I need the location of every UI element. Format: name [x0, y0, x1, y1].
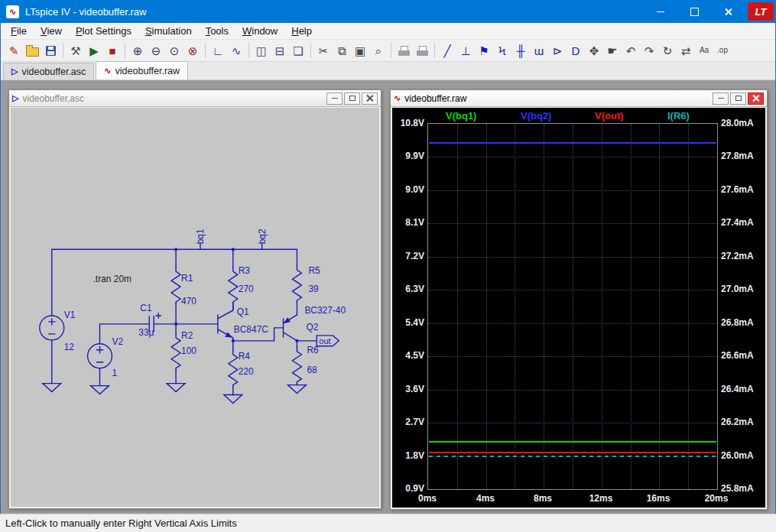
- cut-button[interactable]: ✂: [314, 41, 333, 60]
- inductor-button[interactable]: ɯ: [530, 41, 548, 60]
- label-R2-value[interactable]: 100: [181, 345, 196, 356]
- rotate-button[interactable]: ↻: [658, 41, 677, 60]
- drag-button[interactable]: ☛: [603, 41, 622, 60]
- label-R1-value[interactable]: 470: [181, 296, 196, 307]
- component-R3[interactable]: [229, 267, 238, 303]
- label-R5-ref[interactable]: R5: [308, 265, 320, 276]
- label-R3-ref[interactable]: R3: [239, 265, 251, 276]
- label-R5-value[interactable]: 39: [308, 284, 319, 294]
- schematic-minimize-button[interactable]: [326, 92, 343, 105]
- autorange-y-axis-button[interactable]: ∟: [209, 41, 227, 60]
- menu-simulation[interactable]: Simulation: [138, 23, 199, 39]
- net-label-out[interactable]: out: [319, 336, 330, 345]
- schematic-body[interactable]: V1 12 V2 1 C1 33µ R1 470 R2 100 R3 270 Q…: [11, 108, 379, 507]
- label-net-button[interactable]: ⚑: [475, 41, 493, 60]
- menu-plot-settings[interactable]: Plot Settings: [69, 23, 138, 39]
- label-Q2-value[interactable]: BC327-40: [304, 305, 346, 316]
- waveform-maximize-button[interactable]: [730, 92, 746, 105]
- label-R6-value[interactable]: 68: [307, 365, 317, 375]
- legend-v-bq2[interactable]: V(bq2): [521, 110, 551, 122]
- menu-tools[interactable]: Tools: [199, 23, 235, 39]
- schematic-canvas[interactable]: V1 12 V2 1 C1 33µ R1 470 R2 100 R3 270 Q…: [11, 108, 379, 507]
- control-panel-button[interactable]: ⚒: [67, 41, 85, 60]
- zoom-full-extents-button[interactable]: ⊙: [165, 41, 183, 60]
- legend-v-out[interactable]: V(out): [595, 110, 624, 122]
- tab-videobuffer.asc[interactable]: ▷videobuffer.asc: [3, 63, 94, 79]
- component-Q1[interactable]: [218, 303, 233, 341]
- label-Q1-value[interactable]: BC847C: [234, 324, 268, 335]
- menu-window[interactable]: Window: [235, 23, 284, 39]
- zoom-reset-button[interactable]: ⊗: [183, 41, 202, 60]
- waveform-minimize-button[interactable]: [713, 92, 729, 105]
- new-schematic-button[interactable]: ✎: [5, 41, 23, 60]
- label-R1-ref[interactable]: R1: [181, 273, 193, 284]
- text-button[interactable]: Aa: [695, 41, 713, 60]
- tile-horizontal-button[interactable]: ⊟: [271, 41, 289, 60]
- schematic-maximize-button[interactable]: [344, 92, 360, 105]
- redo-button[interactable]: ↷: [640, 41, 658, 60]
- component-R4[interactable]: [229, 350, 238, 387]
- schematic-window-titlebar[interactable]: ▷ videobuffer.asc: [9, 90, 381, 107]
- print-button[interactable]: [413, 41, 431, 60]
- plot-settings-button[interactable]: ∿: [227, 41, 245, 60]
- cascade-windows-button[interactable]: ❏: [289, 41, 307, 60]
- label-Q1-ref[interactable]: Q1: [237, 307, 249, 317]
- maximize-button[interactable]: [677, 0, 711, 23]
- save-button[interactable]: [41, 41, 60, 60]
- net-label-bq2[interactable]: bq2: [257, 229, 268, 244]
- component-R1[interactable]: [171, 267, 180, 303]
- plot-area[interactable]: [427, 123, 718, 490]
- label-R4-value[interactable]: 220: [239, 366, 254, 377]
- zoom-area-button[interactable]: ⊕: [128, 41, 147, 60]
- diode-button[interactable]: ⊳: [548, 41, 567, 60]
- undo-button[interactable]: ↶: [622, 41, 640, 60]
- component-button[interactable]: D: [567, 41, 585, 60]
- component-R2[interactable]: [171, 333, 180, 370]
- waveform-close-button[interactable]: [748, 92, 764, 105]
- resistor-button[interactable]: Ϟ: [493, 41, 511, 60]
- plot-body[interactable]: V(bq1)V(bq2)V(out)I(R6)10.8V9.9V9.0V8.1V…: [392, 108, 765, 508]
- mirror-button[interactable]: ⇄: [677, 41, 695, 60]
- waveform-window-titlebar[interactable]: ∿ videobuffer.raw: [391, 90, 767, 107]
- label-V2-value[interactable]: 1: [112, 368, 117, 378]
- label-R4-ref[interactable]: R4: [239, 351, 251, 362]
- label-R3-value[interactable]: 270: [239, 284, 254, 294]
- schematic-close-button[interactable]: [362, 92, 378, 105]
- move-button[interactable]: ✥: [585, 41, 603, 60]
- zoom-back-button[interactable]: ⊖: [147, 41, 165, 60]
- legend-v-bq1[interactable]: V(bq1): [446, 110, 476, 122]
- capacitor-button[interactable]: ╫: [511, 41, 530, 60]
- print-preview-button[interactable]: [394, 41, 413, 60]
- label-Q2-ref[interactable]: Q2: [306, 322, 318, 332]
- find-button[interactable]: ⌕: [369, 41, 388, 60]
- component-Q2[interactable]: [284, 315, 297, 341]
- component-V1[interactable]: [40, 316, 64, 340]
- wire-button[interactable]: ╱: [438, 41, 456, 60]
- menu-file[interactable]: File: [4, 23, 34, 39]
- label-C1-value[interactable]: 33µ: [138, 327, 154, 338]
- label-V1-ref[interactable]: V1: [64, 310, 76, 320]
- ground-button[interactable]: ⊥: [456, 41, 475, 60]
- spice-directive-text[interactable]: .tran 20m: [93, 274, 131, 284]
- paste-button[interactable]: ▣: [351, 41, 369, 60]
- net-label-bq1[interactable]: bq1: [195, 229, 206, 244]
- component-V2[interactable]: [88, 344, 112, 368]
- label-R6-ref[interactable]: R6: [307, 345, 319, 355]
- menu-help[interactable]: Help: [284, 23, 319, 39]
- spice-directive-button[interactable]: .op: [713, 41, 732, 60]
- label-V2-ref[interactable]: V2: [112, 336, 123, 347]
- component-R5[interactable]: [292, 265, 301, 302]
- label-V1-value[interactable]: 12: [64, 342, 75, 352]
- label-C1-ref[interactable]: C1: [140, 303, 152, 313]
- component-R6[interactable]: [292, 347, 301, 384]
- tab-videobuffer.raw[interactable]: ∿videobuffer.raw: [96, 61, 188, 79]
- open-button[interactable]: [23, 41, 41, 60]
- legend-i-r6[interactable]: I(R6): [667, 110, 690, 122]
- tile-vertical-button[interactable]: ◫: [252, 41, 271, 60]
- label-R2-ref[interactable]: R2: [181, 330, 193, 341]
- run-button[interactable]: ▶: [85, 41, 103, 60]
- halt-button[interactable]: ■: [103, 41, 122, 60]
- copy-button[interactable]: ⧉: [333, 41, 351, 60]
- minimize-button[interactable]: [644, 0, 677, 23]
- menu-view[interactable]: View: [34, 23, 69, 39]
